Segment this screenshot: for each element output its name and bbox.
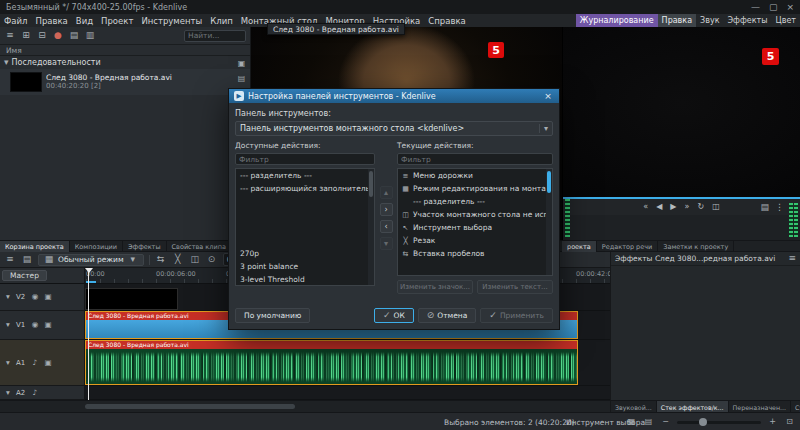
hide-track-icon[interactable]: ◉ bbox=[30, 320, 40, 330]
track-header-a2[interactable]: ▾ A2 ♪ bbox=[0, 386, 85, 400]
monitor-menu-icon[interactable]: ⋮ bbox=[775, 203, 784, 212]
lock-track-icon[interactable]: ▣ bbox=[43, 320, 53, 330]
show-thumbnails-icon[interactable]: ▤ bbox=[643, 417, 654, 428]
available-action[interactable] bbox=[236, 208, 374, 221]
current-filter-input[interactable] bbox=[397, 153, 553, 165]
track-header-v2[interactable]: ▾ V2 ◉ ▣ bbox=[0, 284, 85, 311]
list-scrollbar[interactable] bbox=[546, 169, 552, 275]
change-icon-button[interactable]: Изменить значок... bbox=[397, 280, 473, 294]
bin-view-icon[interactable]: ▤ bbox=[236, 73, 247, 84]
track-headers-icon[interactable]: ▤ bbox=[21, 254, 33, 266]
workspace-logging[interactable]: Журналирование bbox=[576, 14, 658, 27]
monitor-config-icon[interactable]: ▤ bbox=[760, 203, 769, 212]
available-action[interactable]: --- расширяющийся заполнитель --- bbox=[236, 182, 374, 195]
frame-back-icon[interactable]: ◀ bbox=[656, 203, 662, 211]
hide-track-icon[interactable]: ◉ bbox=[30, 292, 40, 302]
bin-info-icon[interactable]: ▣ bbox=[236, 58, 247, 69]
list-scrollbar[interactable] bbox=[368, 169, 374, 285]
lock-track-icon[interactable]: ▣ bbox=[43, 358, 53, 368]
lock-track-icon[interactable]: ▣ bbox=[43, 292, 53, 302]
current-action[interactable]: ◫ Участок монтажного стола не используе bbox=[398, 208, 552, 221]
delete-clip-icon[interactable]: ● bbox=[52, 30, 64, 42]
chevron-down-icon[interactable]: ▾ bbox=[4, 58, 9, 67]
current-action[interactable]: ╳ Резак bbox=[398, 234, 552, 247]
timeline-scrollbar[interactable] bbox=[0, 400, 610, 412]
scrollbar-thumb[interactable] bbox=[85, 404, 295, 409]
workspace-editing[interactable]: Правка bbox=[658, 14, 696, 27]
menu-item-tools[interactable]: Инструменты bbox=[137, 14, 206, 27]
available-action[interactable]: --- разделитель --- bbox=[236, 169, 374, 182]
zone-icon[interactable]: ◫ bbox=[712, 203, 720, 211]
create-folder-icon[interactable]: ⊟ bbox=[36, 30, 48, 42]
bin-folder-sequences[interactable]: ▾ Последовательности bbox=[0, 56, 250, 69]
minimize-icon[interactable]: — bbox=[751, 3, 760, 12]
toolbar-select[interactable]: Панель инструментов монтажного стола <kd… bbox=[235, 121, 553, 136]
track-body-a2[interactable] bbox=[85, 386, 610, 400]
audio-clip[interactable]: След 3080 - Вредная работа.avi bbox=[85, 340, 578, 385]
cancel-button[interactable]: ⊘ Отмена bbox=[418, 308, 477, 323]
mute-track-icon[interactable]: ♪ bbox=[30, 388, 40, 398]
add-clip-icon[interactable]: ⊞ bbox=[20, 30, 32, 42]
maximize-icon[interactable]: ▢ bbox=[769, 3, 778, 12]
change-text-button[interactable]: Изменить текст... bbox=[477, 280, 553, 294]
scrollbar-thumb[interactable] bbox=[547, 171, 551, 193]
menu-item-edit[interactable]: Правка bbox=[31, 14, 71, 27]
playhead[interactable] bbox=[88, 270, 89, 400]
zoom-in-icon[interactable]: + bbox=[767, 417, 778, 428]
chevron-down-icon[interactable]: ▾ bbox=[3, 292, 13, 302]
menu-item-clip[interactable]: Клип bbox=[206, 14, 237, 27]
current-action[interactable]: ≡ Меню дорожки bbox=[398, 169, 552, 182]
available-actions-list[interactable]: --- разделитель --- --- расширяющийся за… bbox=[235, 168, 375, 286]
defaults-button[interactable]: По умолчанию bbox=[235, 308, 310, 323]
move-down-button[interactable]: ▾ bbox=[380, 237, 393, 250]
current-action[interactable]: ⇆ Вставка пробелов bbox=[398, 247, 552, 260]
track-header-v1[interactable]: ▾ V1 ◉ ▣ bbox=[0, 311, 85, 340]
sort-icon[interactable]: ▥ bbox=[84, 30, 96, 42]
chevron-down-icon[interactable]: ▾ bbox=[3, 358, 13, 368]
playhead-marker[interactable] bbox=[85, 268, 93, 273]
close-icon[interactable]: × bbox=[542, 90, 554, 102]
master-button[interactable]: Мастер bbox=[2, 270, 47, 281]
dialog-title-bar[interactable]: ▶ Настройка панелей инструментов - Kdenl… bbox=[229, 89, 559, 103]
current-action[interactable]: --- разделитель --- bbox=[398, 195, 552, 208]
apply-button[interactable]: ✓ Применить bbox=[480, 308, 553, 323]
razor-tool-icon[interactable]: ╳ bbox=[172, 254, 184, 266]
available-filter-input[interactable] bbox=[235, 153, 375, 165]
workspace-color[interactable]: Цвет bbox=[771, 14, 800, 27]
menu-item-project[interactable]: Проект bbox=[97, 14, 137, 27]
search-input[interactable] bbox=[184, 30, 246, 42]
spacer-tool-icon[interactable]: ◫ bbox=[189, 254, 201, 266]
zoom-slider-handle[interactable] bbox=[699, 418, 707, 426]
zoom-slider[interactable] bbox=[677, 421, 761, 424]
play-icon[interactable]: ▶ bbox=[670, 203, 676, 211]
bin-clip-item[interactable]: След 3080 - Вредная работа.avi 00:40:20:… bbox=[0, 69, 250, 95]
snap-icon[interactable]: ⊙ bbox=[206, 254, 218, 266]
view-mode-icon[interactable]: ▤ bbox=[68, 30, 80, 42]
bin-name-column-header[interactable]: Имя bbox=[0, 45, 250, 56]
track-body-a1[interactable]: След 3080 - Вредная работа.avi bbox=[85, 340, 610, 386]
workspace-audio[interactable]: Звук bbox=[696, 14, 723, 27]
menu-item-help[interactable]: Справка bbox=[424, 14, 469, 27]
available-action[interactable] bbox=[236, 195, 374, 208]
close-icon[interactable]: × bbox=[786, 3, 794, 12]
current-actions-list[interactable]: ≡ Меню дорожки ▦ Режим редактирования на… bbox=[397, 168, 553, 276]
skip-back-icon[interactable]: « bbox=[643, 203, 648, 211]
move-right-button[interactable]: › bbox=[380, 203, 393, 216]
timeline-menu-icon[interactable]: ≡ bbox=[4, 254, 16, 266]
available-action[interactable]: 3-level Threshold bbox=[236, 273, 374, 286]
zoom-out-icon[interactable]: − bbox=[660, 417, 671, 428]
ok-button[interactable]: ✓ ОК bbox=[374, 308, 414, 323]
mute-track-icon[interactable]: ♪ bbox=[30, 358, 40, 368]
bin-menu-icon[interactable]: ≡ bbox=[4, 30, 16, 42]
panel-menu-icon[interactable]: ≡ bbox=[788, 254, 796, 263]
current-action[interactable]: ↖ Инструмент выбора bbox=[398, 221, 552, 234]
available-action[interactable]: 270p bbox=[236, 247, 374, 260]
current-action[interactable]: ▦ Режим редактирования на монтажном ст bbox=[398, 182, 552, 195]
preview-render-icon[interactable]: ▦ bbox=[626, 417, 637, 428]
move-left-button[interactable]: ‹ bbox=[380, 220, 393, 233]
available-action[interactable] bbox=[236, 234, 374, 247]
clip-thumbnail-segment[interactable] bbox=[85, 288, 178, 310]
fit-zoom-icon[interactable]: ⊡ bbox=[784, 417, 795, 428]
available-action[interactable]: 3 point balance bbox=[236, 260, 374, 273]
menu-item-file[interactable]: Файл bbox=[0, 14, 31, 27]
